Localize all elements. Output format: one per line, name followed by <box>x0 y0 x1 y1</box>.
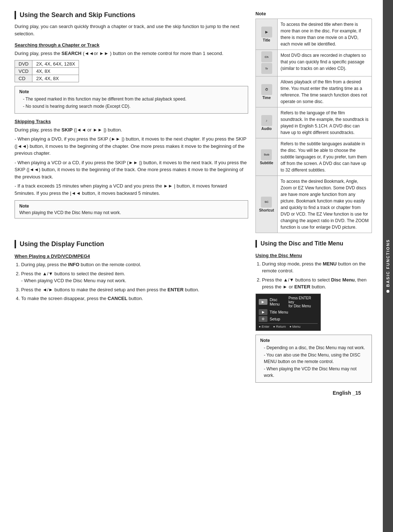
osd-setup-icon: ⚙ <box>259 316 267 322</box>
shortcut-text: To access the desired Bookmark, Angle, Z… <box>278 176 372 233</box>
osd-display: ▶ Disc Menu Press ENTER keyfor Disc Menu… <box>255 293 321 331</box>
skip-item-2: - When playing a VCD or a CD, if you pre… <box>15 159 248 181</box>
audio-icon-cell: ♪ Audio <box>256 107 278 138</box>
bottom-right-note: Note - Depending on a disc, the Disc Men… <box>255 335 372 383</box>
note-title-2: Note <box>19 204 243 209</box>
section2-steps: During stop mode, press the MENU button … <box>255 260 372 291</box>
title-icon-label: Title <box>261 38 272 42</box>
sidebar-label: BASIC FUNCTIONS <box>386 239 390 287</box>
shortcut-icon-cell: SC Shortcut <box>256 176 278 233</box>
subtitle-text: Refers to the subtitle languages availab… <box>278 138 372 176</box>
right-row-title: ▶ Title To access the desired title when… <box>255 19 372 50</box>
section3-title: Using the Display Function <box>15 240 248 248</box>
audio-icon-label: Audio <box>261 127 272 131</box>
note-title-1: Note <box>19 89 243 94</box>
right-row-audio: ♪ Audio Refers to the language of the fi… <box>255 107 372 138</box>
track-icon: Tr <box>261 63 272 74</box>
osd-disc-menu-label: Disc Menu <box>270 297 289 306</box>
right-note-title: Note <box>255 11 372 16</box>
shortcut-icon-label: Shortcut <box>259 208 274 212</box>
subtitle-icon: Sub <box>261 149 272 160</box>
right-row-chapter: Ch Tr Most DVD discs are recorded in cha… <box>255 50 372 76</box>
section3-step-4: To make the screen disappear, press the … <box>21 295 248 302</box>
section3-subsection1-title: When Playing a DVD/VCD/MPEG4 <box>15 253 248 259</box>
skip-item-3: - If a track exceeds 15 minutes when pla… <box>15 182 248 197</box>
note-body-2: When playing the VCD the Disc Menu may n… <box>19 210 243 215</box>
shortcut-icon: SC <box>261 197 272 208</box>
note-item-2: - No sound is hearing during search mode… <box>23 103 243 110</box>
right-row-subtitle: Sub Subtitle Refers to the subtitle lang… <box>255 138 372 176</box>
section3-step-2: Press the ▲/▼ buttons to select the desi… <box>21 270 248 284</box>
page-footer: English _15 <box>15 386 372 399</box>
right-row-shortcut: SC Shortcut To access the desired Bookma… <box>255 176 372 233</box>
subsection2-body: During play, press the SKIP (|◄◄ or ►► |… <box>15 126 248 134</box>
subsection2-title: Skipping Tracks <box>15 119 248 124</box>
subtitle-icon-cell: Sub Subtitle <box>256 138 278 176</box>
skip-item-1: - When playing a DVD, if you press the S… <box>15 135 248 157</box>
section2-title: Using the Disc and Title Menu <box>255 240 372 248</box>
osd-row-disc-menu: ▶ Disc Menu Press ENTER keyfor Disc Menu <box>259 296 318 308</box>
audio-text: Refers to the language of the film sound… <box>278 107 372 138</box>
bottom-right-note-1: - Depending on a disc, the Disc Menu may… <box>264 344 367 351</box>
title-icon-cell: ▶ Title <box>256 19 278 50</box>
subsection1-body: During play, press the SEARCH (◄◄or ►► )… <box>15 50 248 57</box>
section2-step-2: Press the ▲/▼ buttons to select Disc Men… <box>262 276 372 291</box>
section3-step-3: Press the ◄/► buttons to make the desire… <box>21 286 248 293</box>
bottom-right-note-title: Note <box>260 338 367 343</box>
time-icon-cell: ⏱ Time <box>256 76 278 107</box>
sidebar-tab: BASIC FUNCTIONS <box>383 0 393 532</box>
section1-intro: During play, you can search quickly thro… <box>15 23 248 37</box>
section1-title: Using the Search and Skip Functions <box>15 11 248 19</box>
chapter-text: Most DVD discs are recorded in chapters … <box>278 50 372 76</box>
section3-steps: During play, press the INFO button on th… <box>15 261 248 302</box>
osd-enter-hint: Press ENTER keyfor Disc Menu <box>289 296 318 308</box>
note-item-1: - The speed marked in this function may … <box>23 96 243 102</box>
note-box-1: Note - The speed marked in this function… <box>15 86 248 114</box>
right-row-time: ⏱ Time Allows playback of the film from … <box>255 76 372 107</box>
page-number: English _15 <box>333 390 361 396</box>
subtitle-icon-label: Subtitle <box>260 161 273 165</box>
osd-footer: ● Enter ● Return ● Menu <box>259 323 318 328</box>
time-text: Allows playback of the film from a desir… <box>278 76 372 107</box>
osd-row-title-menu: ▶ Title Menu <box>259 309 318 315</box>
chapter-icon: Ch <box>261 51 272 62</box>
osd-title-menu-label: Title Menu <box>270 310 288 314</box>
osd-title-icon: ▶ <box>259 309 267 315</box>
audio-icon: ♪ <box>261 115 272 126</box>
section3-step-1: During play, press the INFO button on th… <box>21 261 248 268</box>
time-icon: ⏱ <box>261 84 272 95</box>
section2-step-1: During stop mode, press the MENU button … <box>262 260 372 275</box>
title-icon: ▶ <box>261 27 272 38</box>
sidebar-dot <box>386 290 389 293</box>
subsection1-title: Searching through a Chapter or Track <box>15 42 248 48</box>
speed-table: DVD2X, 4X, 64X, 128X VCD4X, 8X CD2X, 4X,… <box>15 60 79 82</box>
section2-subsection1-title: Using the Disc Menu <box>255 253 372 258</box>
osd-row-setup: ⚙ Setup <box>259 316 318 322</box>
time-icon-label: Time <box>261 96 272 100</box>
osd-setup-label: Setup <box>270 317 280 321</box>
bottom-right-note-3: - When playing the VCD the Disc Menu may… <box>264 366 367 379</box>
bottom-right-note-2: - You can also use the Disc Menu, using … <box>264 352 367 365</box>
chapter-icon-cell: Ch Tr <box>256 50 278 76</box>
osd-disc-icon: ▶ <box>259 299 267 305</box>
note-box-2: Note When playing the VCD the Disc Menu … <box>15 200 248 218</box>
title-text: To access the desired title when there i… <box>278 19 372 50</box>
